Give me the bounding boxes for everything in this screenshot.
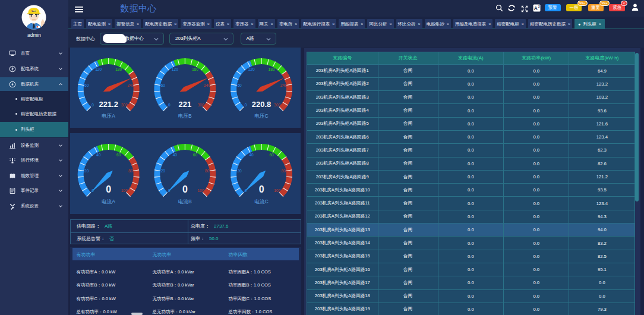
svg-text:100: 100 (274, 188, 280, 193)
svg-text:100: 100 (121, 188, 128, 193)
svg-text:电流C: 电流C (255, 199, 269, 204)
svg-text:60: 60 (161, 83, 166, 87)
svg-text:A: A (534, 5, 538, 11)
svg-text:0: 0 (259, 184, 264, 194)
svg-text:180: 180 (192, 67, 198, 71)
svg-text:180: 180 (115, 67, 122, 71)
svg-text:60: 60 (237, 83, 242, 87)
svg-text:60: 60 (269, 153, 274, 157)
svg-text:电流B: 电流B (178, 199, 192, 204)
svg-text:2: 2 (538, 5, 540, 8)
svg-text:240: 240 (280, 83, 287, 87)
svg-text:电压A: 电压A (102, 113, 115, 119)
svg-text:221: 221 (179, 100, 192, 109)
svg-text:20: 20 (237, 169, 242, 173)
svg-text:40: 40 (96, 153, 101, 157)
svg-text:300: 300 (197, 103, 204, 107)
svg-text:电压B: 电压B (178, 113, 192, 119)
svg-text:40: 40 (249, 153, 254, 157)
svg-text:电压C: 电压C (255, 113, 269, 119)
svg-text:300: 300 (274, 103, 280, 107)
svg-text:0: 0 (106, 184, 111, 194)
svg-text:180: 180 (269, 67, 275, 71)
svg-text:120: 120 (172, 67, 178, 71)
svg-text:Acrel: Acrel (32, 10, 36, 12)
svg-text:40: 40 (173, 153, 178, 157)
svg-text:80: 80 (281, 169, 286, 173)
svg-text:60: 60 (84, 83, 89, 87)
svg-text:221.2: 221.2 (99, 100, 118, 109)
svg-text:300: 300 (121, 103, 128, 107)
svg-text:120: 120 (248, 67, 255, 71)
svg-text:电流A: 电流A (102, 199, 115, 204)
svg-text:220.8: 220.8 (252, 100, 272, 109)
svg-text:0: 0 (182, 184, 188, 194)
svg-text:20: 20 (84, 169, 89, 173)
svg-text:80: 80 (128, 169, 133, 173)
svg-text:120: 120 (95, 67, 102, 71)
svg-text:240: 240 (127, 83, 134, 87)
svg-text:20: 20 (161, 169, 166, 173)
svg-text:60: 60 (116, 153, 121, 157)
svg-text:0: 0 (91, 103, 94, 107)
svg-text:240: 240 (204, 83, 210, 87)
svg-text:0: 0 (168, 103, 171, 107)
svg-text:0: 0 (245, 103, 247, 107)
svg-text:60: 60 (193, 153, 198, 157)
svg-text:100: 100 (197, 188, 204, 193)
svg-text:80: 80 (205, 169, 210, 173)
